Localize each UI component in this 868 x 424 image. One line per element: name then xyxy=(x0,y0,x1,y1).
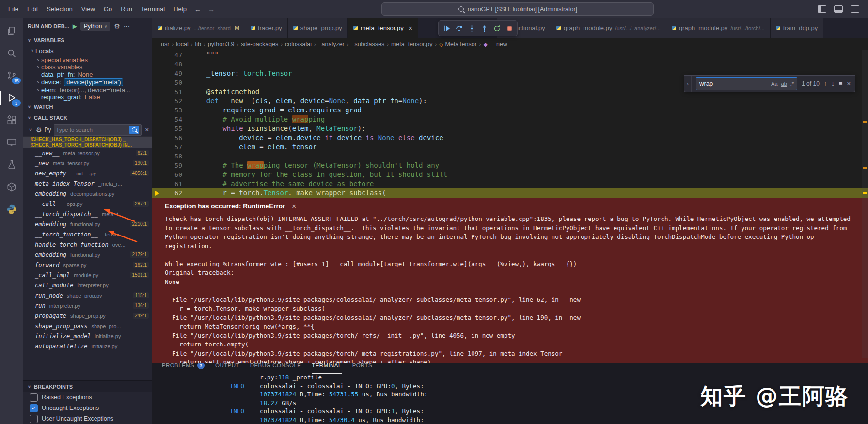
menu-terminal[interactable]: Terminal xyxy=(137,0,169,18)
stack-frame[interactable]: propagateshape_prop.py249:1 xyxy=(23,311,152,321)
restart-button[interactable] xyxy=(490,22,503,35)
menu-view[interactable]: View xyxy=(77,0,99,18)
breadcrumb-symbol[interactable]: ◆__new__ xyxy=(484,41,514,47)
stack-frame[interactable]: __torch_function___tensor... xyxy=(23,229,152,239)
editor-scrollbar[interactable] xyxy=(862,50,868,358)
search-icon[interactable] xyxy=(0,42,23,64)
match-case-icon[interactable]: Aa xyxy=(771,81,777,87)
variable-row[interactable]: data_ptr_fn:None xyxy=(23,71,152,78)
code-line-47[interactable]: 47 """ xyxy=(152,50,868,60)
toggle-panel-icon[interactable] xyxy=(834,5,843,13)
breadcrumb-symbol[interactable]: ◇MetaTensor xyxy=(439,41,477,47)
command-center-search[interactable]: nanoGPT [SSH: luolinhai] [Administrator] xyxy=(381,2,654,16)
code-line-52[interactable]: 52 def __new__(cls, elem, device=None, d… xyxy=(152,96,868,106)
breadcrumb-item[interactable]: site-packages xyxy=(241,41,278,47)
whole-word-icon[interactable]: ab xyxy=(781,81,787,87)
python-icon[interactable] xyxy=(0,198,23,220)
containers-icon[interactable] xyxy=(0,176,23,198)
debug-session-row[interactable]: ⚙ Py xyxy=(36,126,51,134)
stack-frame[interactable]: handle_torch_functionove... xyxy=(23,239,152,250)
callstack-section-header[interactable]: ∨ CALL STACK xyxy=(23,112,152,123)
stack-frame[interactable]: initialize_modelinitialize.py xyxy=(23,331,152,341)
breadcrumb-item[interactable]: meta_tensor.py xyxy=(391,41,432,47)
source-control-icon[interactable]: 15 xyxy=(0,64,23,87)
breadcrumb-item[interactable]: usr xyxy=(161,41,169,47)
variable-row[interactable]: >device:device(type='meta') xyxy=(23,78,152,86)
stack-frame[interactable]: embeddingdecompositions.py xyxy=(23,188,152,199)
checkbox[interactable]: ✓ xyxy=(30,404,38,412)
nav-forward-icon[interactable]: → xyxy=(208,5,215,13)
tab-itialize-py[interactable]: itialize.py.../tensor_shardM xyxy=(152,18,245,38)
breakpoint-row[interactable]: ✓Uncaught Exceptions xyxy=(23,403,152,413)
variable-row[interactable]: requires_grad:False xyxy=(23,94,152,101)
variable-row[interactable]: >elem:tensor(..., device='meta... xyxy=(23,86,152,94)
find-next-icon[interactable]: ↓ xyxy=(831,80,835,87)
checkbox[interactable] xyxy=(30,415,38,423)
stack-frame[interactable]: run_nodeshape_prop.py115:1 xyxy=(23,290,152,300)
code-editor[interactable]: 47 """4849 _tensor: torch.Tensor5051 @st… xyxy=(152,50,868,198)
variables-section-header[interactable]: ∨ VARIABLES xyxy=(23,34,152,46)
tab-train_ddp-py[interactable]: train_ddp.py xyxy=(771,18,824,38)
menu-run[interactable]: Run xyxy=(116,0,137,18)
toggle-sidebar-icon[interactable] xyxy=(818,5,826,13)
code-line-55[interactable]: 55 while isinstance(elem, MetaTensor): xyxy=(152,124,868,133)
stack-frame[interactable]: __torch_dispatch__meta_t... xyxy=(23,209,152,219)
tab-tracer-py[interactable]: tracer.py xyxy=(245,18,288,38)
stack-frame[interactable]: __call__ops.py287:1 xyxy=(23,199,152,209)
callstack-search-box[interactable]: Type to search ≡ xyxy=(54,124,142,136)
search-input[interactable]: Type to search xyxy=(56,127,122,133)
find-button[interactable] xyxy=(129,126,139,134)
stop-button[interactable] xyxy=(503,22,516,35)
menu-file[interactable]: File xyxy=(4,0,23,18)
stack-frame[interactable]: _newmeta_tensor.py190:1 xyxy=(23,158,152,168)
run-debug-icon[interactable]: 1 xyxy=(0,87,23,109)
code-line-61[interactable]: 61 # advertise the same device as before xyxy=(152,179,868,188)
stack-frame[interactable]: __new__meta_tensor.py62:1 xyxy=(23,148,152,158)
step-out-button[interactable] xyxy=(478,22,490,35)
code-line-57[interactable]: 57 elem = elem._tensor xyxy=(152,142,868,152)
customize-layout-icon[interactable] xyxy=(851,5,859,13)
tab-meta_tensor-py[interactable]: meta_tensor.py× xyxy=(348,18,418,38)
checkbox[interactable] xyxy=(30,393,38,402)
breakpoint-row[interactable]: Raised Exceptions xyxy=(23,392,152,403)
menu-help[interactable]: Help xyxy=(169,0,191,18)
start-debug-icon[interactable]: ▶ xyxy=(73,23,77,30)
stack-frame[interactable]: shape_prop_passshape_pro... xyxy=(23,321,152,331)
stack-frame[interactable]: call_moduleinterpreter.py xyxy=(23,280,152,290)
tab-graph_module-py[interactable]: graph_module.py/usr/.../_analyzer/... xyxy=(551,18,666,38)
find-prev-icon[interactable]: ↑ xyxy=(824,80,827,87)
variable-row[interactable]: >class variables xyxy=(23,63,152,71)
callstack-exception-label[interactable]: !CHECK_HAS_TORCH_DISPATCH(OBJ) _ xyxy=(23,136,152,142)
code-line-53[interactable]: 53 requires_grad = elem.requires_grad xyxy=(152,106,868,115)
nav-back-icon[interactable]: ← xyxy=(194,5,201,13)
tab-shape_prop-py[interactable]: shape_prop.py xyxy=(288,18,348,38)
code-line-62[interactable]: 62 r = torch.Tensor._make_wrapper_subcla… xyxy=(152,188,868,198)
breadcrumb-item[interactable]: _analyzer xyxy=(318,41,345,47)
stack-frame[interactable]: forwardsparse.py162:1 xyxy=(23,260,152,270)
close-icon[interactable]: × xyxy=(847,80,851,87)
tab-graph_module-py[interactable]: graph_module.py/usr/.../torch/... xyxy=(666,18,771,38)
find-in-selection-icon[interactable]: ≡ xyxy=(839,80,843,87)
testing-icon[interactable] xyxy=(0,154,23,176)
stack-frame[interactable]: runinterpreter.py136:1 xyxy=(23,300,152,311)
extensions-icon[interactable] xyxy=(0,109,23,131)
callstack-exception-label[interactable]: !CHECK_HAS_TORCH_DISPATCH(OBJ) IN... xyxy=(23,142,152,148)
stack-frame[interactable]: embeddingfunctional.py2179:1 xyxy=(23,250,152,260)
step-into-button[interactable] xyxy=(465,22,478,35)
continue-button[interactable] xyxy=(440,22,453,35)
breadcrumb-item[interactable]: _subclasses xyxy=(351,41,384,47)
close-icon[interactable]: × xyxy=(292,202,296,210)
breakpoint-row[interactable]: User Uncaught Exceptions xyxy=(23,413,152,424)
code-line-56[interactable]: 56 device = elem.device if device is Non… xyxy=(152,133,868,142)
code-line-48[interactable]: 48 xyxy=(152,60,868,69)
remote-explorer-icon[interactable] xyxy=(0,131,23,154)
breadcrumb-item[interactable]: local xyxy=(176,41,189,47)
code-line-59[interactable]: 59 # The wrapping tensor (MetaTensor) sh… xyxy=(152,161,868,170)
debug-config-select[interactable]: Python ∨ xyxy=(80,22,110,31)
stack-frame[interactable]: meta_index_Tensor_meta_r... xyxy=(23,178,152,188)
more-actions-icon[interactable]: ⋯ xyxy=(124,22,130,30)
close-icon[interactable]: × xyxy=(145,126,149,133)
regex-icon[interactable]: .* xyxy=(790,81,794,87)
close-icon[interactable]: × xyxy=(409,24,412,32)
variable-row[interactable]: >special variables xyxy=(23,56,152,63)
